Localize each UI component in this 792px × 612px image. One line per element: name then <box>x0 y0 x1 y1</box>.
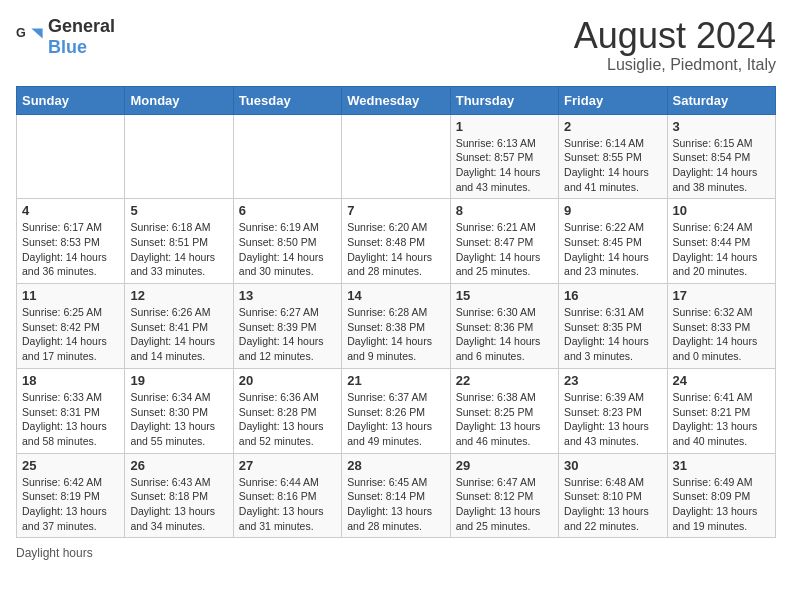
day-number: 22 <box>456 373 553 388</box>
calendar-cell: 1Sunrise: 6:13 AM Sunset: 8:57 PM Daylig… <box>450 114 558 199</box>
day-info: Sunrise: 6:49 AM Sunset: 8:09 PM Dayligh… <box>673 475 770 534</box>
page-subtitle: Lusiglie, Piedmont, Italy <box>574 56 776 74</box>
calendar-cell: 10Sunrise: 6:24 AM Sunset: 8:44 PM Dayli… <box>667 199 775 284</box>
calendar-cell: 24Sunrise: 6:41 AM Sunset: 8:21 PM Dayli… <box>667 368 775 453</box>
calendar-cell: 9Sunrise: 6:22 AM Sunset: 8:45 PM Daylig… <box>559 199 667 284</box>
day-info: Sunrise: 6:38 AM Sunset: 8:25 PM Dayligh… <box>456 390 553 449</box>
logo-icon: G <box>16 23 44 51</box>
weekday-header: Wednesday <box>342 86 450 114</box>
title-block: August 2024 Lusiglie, Piedmont, Italy <box>574 16 776 74</box>
day-info: Sunrise: 6:27 AM Sunset: 8:39 PM Dayligh… <box>239 305 336 364</box>
day-info: Sunrise: 6:41 AM Sunset: 8:21 PM Dayligh… <box>673 390 770 449</box>
day-number: 25 <box>22 458 119 473</box>
day-number: 5 <box>130 203 227 218</box>
day-number: 30 <box>564 458 661 473</box>
day-number: 20 <box>239 373 336 388</box>
calendar-cell: 6Sunrise: 6:19 AM Sunset: 8:50 PM Daylig… <box>233 199 341 284</box>
day-number: 24 <box>673 373 770 388</box>
day-number: 29 <box>456 458 553 473</box>
page-title: August 2024 <box>574 16 776 56</box>
day-info: Sunrise: 6:37 AM Sunset: 8:26 PM Dayligh… <box>347 390 444 449</box>
day-number: 17 <box>673 288 770 303</box>
day-number: 2 <box>564 119 661 134</box>
calendar-cell: 21Sunrise: 6:37 AM Sunset: 8:26 PM Dayli… <box>342 368 450 453</box>
day-number: 18 <box>22 373 119 388</box>
day-number: 4 <box>22 203 119 218</box>
calendar-cell: 11Sunrise: 6:25 AM Sunset: 8:42 PM Dayli… <box>17 284 125 369</box>
day-info: Sunrise: 6:48 AM Sunset: 8:10 PM Dayligh… <box>564 475 661 534</box>
calendar-cell: 8Sunrise: 6:21 AM Sunset: 8:47 PM Daylig… <box>450 199 558 284</box>
calendar-cell: 4Sunrise: 6:17 AM Sunset: 8:53 PM Daylig… <box>17 199 125 284</box>
calendar-cell: 29Sunrise: 6:47 AM Sunset: 8:12 PM Dayli… <box>450 453 558 538</box>
day-info: Sunrise: 6:19 AM Sunset: 8:50 PM Dayligh… <box>239 220 336 279</box>
calendar-week-row: 11Sunrise: 6:25 AM Sunset: 8:42 PM Dayli… <box>17 284 776 369</box>
logo: G General Blue <box>16 16 115 58</box>
day-info: Sunrise: 6:15 AM Sunset: 8:54 PM Dayligh… <box>673 136 770 195</box>
day-number: 3 <box>673 119 770 134</box>
calendar-cell: 2Sunrise: 6:14 AM Sunset: 8:55 PM Daylig… <box>559 114 667 199</box>
calendar-cell <box>342 114 450 199</box>
svg-marker-1 <box>31 29 42 39</box>
weekday-header-row: SundayMondayTuesdayWednesdayThursdayFrid… <box>17 86 776 114</box>
day-number: 15 <box>456 288 553 303</box>
calendar-cell <box>233 114 341 199</box>
day-info: Sunrise: 6:24 AM Sunset: 8:44 PM Dayligh… <box>673 220 770 279</box>
calendar-cell: 16Sunrise: 6:31 AM Sunset: 8:35 PM Dayli… <box>559 284 667 369</box>
day-number: 26 <box>130 458 227 473</box>
legend: Daylight hours <box>16 546 776 560</box>
day-info: Sunrise: 6:22 AM Sunset: 8:45 PM Dayligh… <box>564 220 661 279</box>
calendar-cell: 7Sunrise: 6:20 AM Sunset: 8:48 PM Daylig… <box>342 199 450 284</box>
day-info: Sunrise: 6:26 AM Sunset: 8:41 PM Dayligh… <box>130 305 227 364</box>
day-info: Sunrise: 6:13 AM Sunset: 8:57 PM Dayligh… <box>456 136 553 195</box>
day-info: Sunrise: 6:21 AM Sunset: 8:47 PM Dayligh… <box>456 220 553 279</box>
day-number: 14 <box>347 288 444 303</box>
day-number: 8 <box>456 203 553 218</box>
logo-general: General <box>48 16 115 36</box>
day-info: Sunrise: 6:32 AM Sunset: 8:33 PM Dayligh… <box>673 305 770 364</box>
calendar-cell: 3Sunrise: 6:15 AM Sunset: 8:54 PM Daylig… <box>667 114 775 199</box>
day-info: Sunrise: 6:33 AM Sunset: 8:31 PM Dayligh… <box>22 390 119 449</box>
calendar-week-row: 4Sunrise: 6:17 AM Sunset: 8:53 PM Daylig… <box>17 199 776 284</box>
svg-text:G: G <box>16 26 26 40</box>
calendar-cell: 31Sunrise: 6:49 AM Sunset: 8:09 PM Dayli… <box>667 453 775 538</box>
day-number: 19 <box>130 373 227 388</box>
day-info: Sunrise: 6:42 AM Sunset: 8:19 PM Dayligh… <box>22 475 119 534</box>
day-number: 9 <box>564 203 661 218</box>
calendar-week-row: 1Sunrise: 6:13 AM Sunset: 8:57 PM Daylig… <box>17 114 776 199</box>
day-info: Sunrise: 6:31 AM Sunset: 8:35 PM Dayligh… <box>564 305 661 364</box>
day-info: Sunrise: 6:25 AM Sunset: 8:42 PM Dayligh… <box>22 305 119 364</box>
weekday-header: Saturday <box>667 86 775 114</box>
day-number: 16 <box>564 288 661 303</box>
day-number: 27 <box>239 458 336 473</box>
calendar-cell: 22Sunrise: 6:38 AM Sunset: 8:25 PM Dayli… <box>450 368 558 453</box>
day-number: 23 <box>564 373 661 388</box>
calendar-cell: 12Sunrise: 6:26 AM Sunset: 8:41 PM Dayli… <box>125 284 233 369</box>
day-info: Sunrise: 6:44 AM Sunset: 8:16 PM Dayligh… <box>239 475 336 534</box>
calendar-cell: 19Sunrise: 6:34 AM Sunset: 8:30 PM Dayli… <box>125 368 233 453</box>
day-info: Sunrise: 6:45 AM Sunset: 8:14 PM Dayligh… <box>347 475 444 534</box>
calendar-cell: 28Sunrise: 6:45 AM Sunset: 8:14 PM Dayli… <box>342 453 450 538</box>
calendar-cell: 25Sunrise: 6:42 AM Sunset: 8:19 PM Dayli… <box>17 453 125 538</box>
calendar-cell <box>17 114 125 199</box>
calendar-cell: 27Sunrise: 6:44 AM Sunset: 8:16 PM Dayli… <box>233 453 341 538</box>
day-info: Sunrise: 6:14 AM Sunset: 8:55 PM Dayligh… <box>564 136 661 195</box>
day-info: Sunrise: 6:43 AM Sunset: 8:18 PM Dayligh… <box>130 475 227 534</box>
weekday-header: Tuesday <box>233 86 341 114</box>
calendar-cell: 18Sunrise: 6:33 AM Sunset: 8:31 PM Dayli… <box>17 368 125 453</box>
calendar-cell: 13Sunrise: 6:27 AM Sunset: 8:39 PM Dayli… <box>233 284 341 369</box>
day-number: 28 <box>347 458 444 473</box>
day-number: 11 <box>22 288 119 303</box>
day-number: 21 <box>347 373 444 388</box>
day-info: Sunrise: 6:36 AM Sunset: 8:28 PM Dayligh… <box>239 390 336 449</box>
calendar-cell: 23Sunrise: 6:39 AM Sunset: 8:23 PM Dayli… <box>559 368 667 453</box>
day-number: 13 <box>239 288 336 303</box>
calendar-cell <box>125 114 233 199</box>
calendar-cell: 30Sunrise: 6:48 AM Sunset: 8:10 PM Dayli… <box>559 453 667 538</box>
day-number: 12 <box>130 288 227 303</box>
day-info: Sunrise: 6:39 AM Sunset: 8:23 PM Dayligh… <box>564 390 661 449</box>
day-info: Sunrise: 6:17 AM Sunset: 8:53 PM Dayligh… <box>22 220 119 279</box>
day-number: 7 <box>347 203 444 218</box>
calendar-week-row: 25Sunrise: 6:42 AM Sunset: 8:19 PM Dayli… <box>17 453 776 538</box>
weekday-header: Thursday <box>450 86 558 114</box>
day-info: Sunrise: 6:34 AM Sunset: 8:30 PM Dayligh… <box>130 390 227 449</box>
